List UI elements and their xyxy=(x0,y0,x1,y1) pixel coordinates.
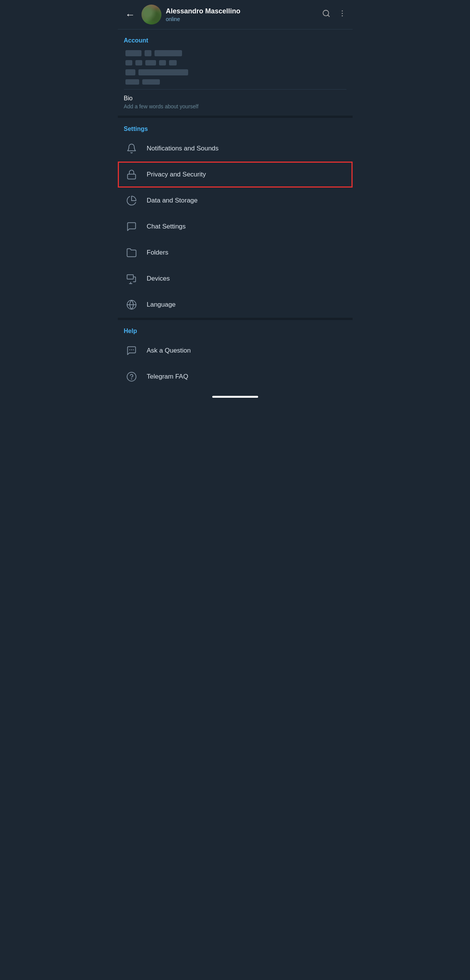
bell-icon xyxy=(124,141,139,156)
svg-point-13 xyxy=(133,350,133,350)
settings-section: Settings Notifications and Sounds Privac… xyxy=(118,118,353,320)
ask-question-icon xyxy=(124,343,139,358)
redacted-block xyxy=(125,69,135,75)
folder-icon xyxy=(124,245,139,260)
menu-item-notifications[interactable]: Notifications and Sounds xyxy=(118,136,353,162)
header: ← Alessandro Mascellino online xyxy=(118,0,353,29)
bio-placeholder: Add a few words about yourself xyxy=(124,103,346,109)
header-info: Alessandro Mascellino online xyxy=(166,7,317,22)
help-circle-icon xyxy=(124,369,139,384)
svg-line-1 xyxy=(328,15,329,16)
ask-question-label: Ask a Question xyxy=(147,347,191,354)
settings-section-title: Settings xyxy=(118,126,353,132)
redacted-block xyxy=(169,60,177,65)
redacted-block xyxy=(138,69,188,75)
redacted-block xyxy=(125,79,139,85)
svg-point-14 xyxy=(127,372,136,381)
redacted-row-1 xyxy=(125,50,345,56)
menu-item-language[interactable]: Language xyxy=(118,292,353,318)
globe-icon xyxy=(124,297,139,312)
redacted-block xyxy=(135,60,142,65)
redacted-row-3 xyxy=(125,69,345,75)
account-section: Account Bio Add a few words about yourse… xyxy=(118,29,353,118)
faq-label: Telegram FAQ xyxy=(147,373,189,381)
bio-label: Bio xyxy=(124,95,346,102)
help-section-title: Help xyxy=(118,328,353,335)
data-label: Data and Storage xyxy=(147,197,198,204)
folders-label: Folders xyxy=(147,249,169,256)
search-icon[interactable] xyxy=(322,9,330,20)
language-label: Language xyxy=(147,301,176,309)
lock-icon xyxy=(124,167,139,182)
header-actions xyxy=(322,9,346,20)
bottom-bar xyxy=(212,396,258,398)
redacted-row-2 xyxy=(125,60,345,65)
redacted-block xyxy=(159,60,166,65)
redacted-block xyxy=(154,50,182,56)
bio-section[interactable]: Bio Add a few words about yourself xyxy=(124,89,346,109)
svg-rect-5 xyxy=(127,174,135,179)
user-name: Alessandro Mascellino xyxy=(166,7,317,15)
redacted-row-4 xyxy=(125,79,345,85)
menu-item-data[interactable]: Data and Storage xyxy=(118,188,353,214)
user-status: online xyxy=(166,16,317,22)
notifications-label: Notifications and Sounds xyxy=(147,145,219,152)
menu-item-devices[interactable]: Devices xyxy=(118,266,353,292)
redacted-block xyxy=(142,79,160,85)
redacted-block xyxy=(145,60,156,65)
menu-item-folders[interactable]: Folders xyxy=(118,240,353,266)
account-info xyxy=(124,50,346,85)
pie-chart-icon xyxy=(124,193,139,208)
svg-point-2 xyxy=(342,10,343,11)
bottom-indicator xyxy=(118,390,353,404)
help-section: Help Ask a Question Telegram FAQ xyxy=(118,320,353,390)
svg-point-11 xyxy=(131,350,132,350)
svg-point-12 xyxy=(129,350,130,350)
svg-point-3 xyxy=(342,13,343,14)
svg-point-4 xyxy=(342,15,343,16)
back-button[interactable]: ← xyxy=(124,7,137,22)
account-section-title: Account xyxy=(124,37,346,44)
redacted-block xyxy=(125,60,132,65)
menu-item-chat[interactable]: Chat Settings xyxy=(118,214,353,240)
chat-label: Chat Settings xyxy=(147,223,186,230)
redacted-block xyxy=(125,50,141,56)
menu-item-faq[interactable]: Telegram FAQ xyxy=(118,364,353,390)
chat-icon xyxy=(124,219,139,234)
menu-item-privacy[interactable]: Privacy and Security xyxy=(118,162,353,188)
redacted-block xyxy=(145,50,151,56)
svg-rect-6 xyxy=(127,275,133,279)
devices-label: Devices xyxy=(147,275,170,283)
avatar[interactable] xyxy=(141,5,161,24)
more-options-icon[interactable] xyxy=(338,9,346,20)
menu-item-ask[interactable]: Ask a Question xyxy=(118,338,353,364)
devices-icon xyxy=(124,271,139,286)
privacy-label: Privacy and Security xyxy=(147,171,206,178)
